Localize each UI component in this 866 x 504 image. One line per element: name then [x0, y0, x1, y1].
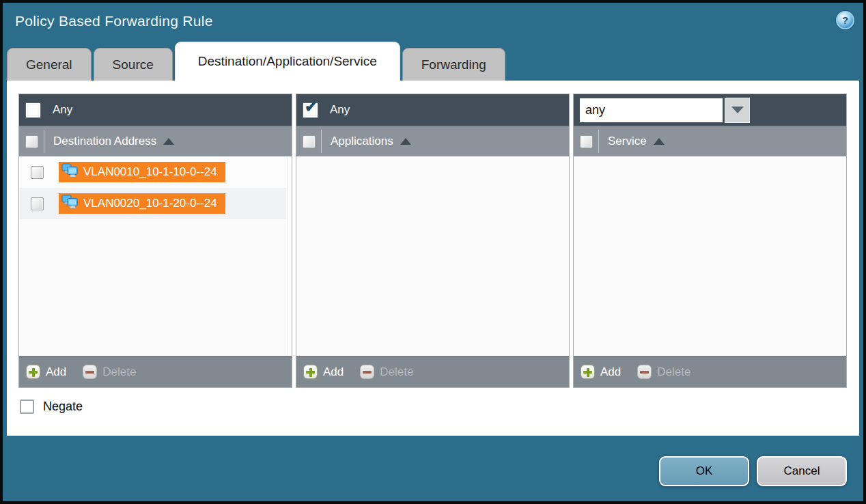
tab-bar: General Source Destination/Application/S… — [7, 42, 505, 81]
tab-destination-application-service[interactable]: Destination/Application/Service — [175, 42, 400, 81]
dialog-buttons: OK Cancel — [659, 456, 847, 486]
destination-address-entry[interactable]: VLAN0020_10-1-20-0--24 — [59, 193, 225, 214]
destination-address-name: VLAN0020_10-1-20-0--24 — [83, 197, 217, 210]
policy-based-forwarding-dialog: Policy Based Forwarding Rule ? General S… — [3, 3, 863, 501]
tab-content: Any Destination Address — [7, 81, 859, 436]
negate-checkbox[interactable] — [20, 400, 34, 414]
destination-item-checkbox[interactable] — [31, 166, 44, 179]
destination-list: VLAN0010_10-1-10-0--24 — [19, 156, 292, 356]
service-dropdown-input[interactable] — [579, 98, 723, 123]
destination-address-entry[interactable]: VLAN0010_10-1-10-0--24 — [59, 162, 225, 182]
destination-address-name: VLAN0010_10-1-10-0--24 — [83, 165, 217, 179]
sort-ascending-icon[interactable] — [400, 138, 411, 145]
service-footer-bar: Add Delete — [574, 356, 846, 387]
delete-icon — [637, 365, 652, 379]
applications-list — [296, 156, 569, 356]
list-item: VLAN0020_10-1-20-0--24 — [19, 188, 292, 219]
sort-ascending-icon[interactable] — [163, 138, 174, 145]
chevron-down-icon — [731, 107, 744, 113]
destination-select-all-checkbox[interactable] — [25, 135, 38, 148]
negate-row: Negate — [20, 400, 859, 414]
applications-select-all-checkbox[interactable] — [303, 135, 316, 148]
sort-ascending-icon[interactable] — [654, 138, 665, 145]
applications-delete-button: Delete — [380, 365, 413, 379]
screenshot-frame: Policy Based Forwarding Rule ? General S… — [0, 0, 866, 504]
address-group-icon — [61, 163, 79, 181]
panels-row: Any Destination Address — [7, 81, 859, 388]
column-divider — [321, 130, 322, 153]
service-dropdown-row — [574, 94, 846, 126]
destination-add-button[interactable]: Add — [46, 365, 66, 379]
service-select-all-checkbox[interactable] — [580, 135, 593, 148]
scrollbar-track[interactable] — [287, 156, 292, 356]
destination-any-label: Any — [53, 103, 72, 117]
applications-any-label: Any — [330, 103, 350, 117]
applications-footer-bar: Add Delete — [296, 356, 569, 387]
dialog-title: Policy Based Forwarding Rule — [15, 13, 213, 29]
applications-any-checkbox[interactable]: ✔ — [303, 102, 318, 118]
address-group-icon — [61, 195, 79, 212]
column-divider — [44, 130, 44, 153]
destination-column-header-row[interactable]: Destination Address — [19, 126, 292, 156]
applications-column-header-row[interactable]: Applications — [296, 126, 569, 156]
service-list — [574, 156, 846, 356]
add-icon[interactable] — [581, 365, 595, 379]
service-panel: Service Add Delete — [573, 94, 847, 388]
tab-source[interactable]: Source — [94, 48, 173, 81]
service-column-header-row[interactable]: Service — [574, 126, 846, 156]
service-add-button[interactable]: Add — [600, 365, 621, 379]
destination-delete-button: Delete — [102, 365, 136, 379]
check-mark: ✔ — [305, 98, 317, 116]
destination-address-panel: Any Destination Address — [18, 94, 292, 388]
negate-label: Negate — [43, 400, 83, 414]
service-delete-button: Delete — [657, 365, 690, 379]
column-divider — [598, 130, 599, 153]
destination-any-checkbox[interactable] — [25, 102, 41, 118]
destination-column-header: Destination Address — [53, 135, 156, 148]
cancel-button[interactable]: Cancel — [757, 456, 847, 486]
service-column-header: Service — [608, 135, 647, 148]
destination-any-row: Any — [19, 94, 292, 126]
tab-general[interactable]: General — [7, 48, 92, 81]
ok-button[interactable]: OK — [659, 456, 749, 486]
service-dropdown — [579, 98, 750, 123]
applications-column-header: Applications — [331, 135, 393, 148]
delete-icon — [360, 365, 374, 379]
destination-item-checkbox[interactable] — [31, 197, 44, 210]
applications-panel: ✔ Any Applications Add — [296, 94, 570, 388]
delete-icon — [83, 365, 97, 379]
destination-footer-bar: Add Delete — [19, 356, 292, 387]
tab-forwarding[interactable]: Forwarding — [402, 48, 505, 81]
applications-any-row: ✔ Any — [296, 94, 569, 126]
applications-add-button[interactable]: Add — [323, 365, 344, 379]
add-icon[interactable] — [26, 365, 40, 379]
help-icon[interactable]: ? — [836, 11, 854, 29]
add-icon[interactable] — [303, 365, 318, 379]
list-item: VLAN0010_10-1-10-0--24 — [19, 156, 292, 188]
service-dropdown-button[interactable] — [725, 98, 750, 123]
